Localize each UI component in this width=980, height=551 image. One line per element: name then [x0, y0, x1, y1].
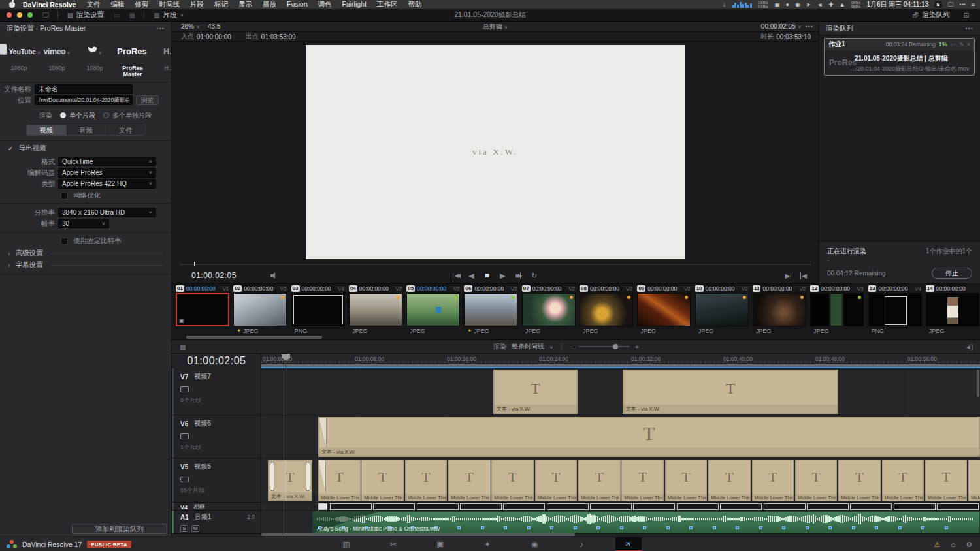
- fan-icon[interactable]: ✚: [828, 1, 834, 8]
- timeline-clip-frame[interactable]: [318, 503, 327, 510]
- menu-item[interactable]: 帮助: [408, 0, 421, 9]
- timeline-clip-middle-lower-third[interactable]: TMiddle Lower Thir...: [361, 460, 404, 501]
- audio-keyframe[interactable]: [921, 526, 924, 529]
- menu-item[interactable]: 时间线: [159, 0, 180, 9]
- type-dropdown[interactable]: Apple ProRes 422 HQ∨: [58, 179, 156, 189]
- tab-audio[interactable]: 音频: [67, 125, 106, 135]
- timeline-audio-icon[interactable]: ◄): [965, 343, 973, 351]
- timeline-clip-frame[interactable]: [850, 503, 892, 510]
- track-header-v6[interactable]: V6视频6 1个片段: [172, 415, 261, 458]
- timeline-clip-frame[interactable]: [894, 503, 936, 510]
- clip-card[interactable]: 02 00:00:00:00 V2 ✦ JPEG: [231, 284, 289, 339]
- clip-thumbnail[interactable]: [695, 293, 749, 326]
- clip-thumbnail[interactable]: [637, 293, 691, 326]
- warning-icon[interactable]: ⚠: [934, 541, 941, 549]
- clip-card[interactable]: 05 00:00:00:00 V2 JPEG: [404, 284, 462, 339]
- track-header-a1[interactable]: A1音频12.0 S M: [172, 511, 261, 534]
- menu-item[interactable]: Fairlight: [342, 0, 367, 9]
- viewer-scrub-bar[interactable]: [180, 262, 811, 266]
- format-dropdown[interactable]: QuickTime∨: [58, 157, 156, 166]
- clip-thumbnail[interactable]: [753, 293, 806, 326]
- clip-card[interactable]: 08 00:00:00:00 V2 JPEG: [578, 284, 635, 339]
- download-icon[interactable]: ↓: [723, 1, 726, 8]
- viewer-elapsed-timecode[interactable]: 00:00:02:05: [761, 23, 796, 30]
- clip-card[interactable]: 03 00:00:00:00 V4 PNG: [289, 284, 347, 339]
- apple-menu-icon[interactable]: [9, 2, 15, 8]
- audio-keyframe[interactable]: [457, 526, 461, 529]
- menu-item[interactable]: 修剪: [135, 0, 149, 9]
- clip-card[interactable]: 14 00:00:00:00 JPEG: [924, 284, 980, 339]
- clip-thumbnail[interactable]: [464, 293, 517, 326]
- clip-card[interactable]: 11 00:00:00:00 V2 JPEG: [751, 284, 808, 339]
- timeline-vertical-scrollbar[interactable]: [977, 370, 979, 397]
- clip-card[interactable]: 01 00:00:00:00 V1 ▣: [174, 284, 231, 339]
- filename-input[interactable]: [35, 84, 133, 94]
- clip-card[interactable]: 06 00:00:00:00 V2 ✦ JPEG: [462, 284, 519, 339]
- timeline-clip-middle-lower-third[interactable]: TMiddle Lower Thir...: [795, 460, 838, 501]
- chevron-down-icon[interactable]: ∨: [549, 344, 553, 349]
- resolution-dropdown[interactable]: 3840 x 2160 Ultra HD∨: [58, 208, 156, 217]
- page-tab[interactable]: ◉: [521, 537, 547, 551]
- clip-thumbnail[interactable]: [926, 293, 979, 326]
- render-preset[interactable]: vimeo∨ 1080p: [38, 45, 76, 71]
- timeline-clip-middle-lower-third[interactable]: TMiddle Lower Thir...: [578, 460, 621, 501]
- list-menu-icon[interactable]: ≡: [972, 1, 975, 8]
- app-menu[interactable]: DaVinci Resolve: [23, 1, 76, 8]
- render-preset[interactable]: H.2 H.26: [152, 45, 171, 71]
- clip-thumbnail[interactable]: [233, 293, 287, 326]
- timeline-clip-frame[interactable]: [373, 503, 415, 510]
- job-edit-icon[interactable]: ✎: [959, 41, 964, 48]
- render-range-dropdown[interactable]: 整条时间线: [512, 342, 544, 351]
- page-tab[interactable]: ▥: [333, 537, 359, 551]
- timeline-zoom-slider[interactable]: [579, 346, 630, 347]
- audio-keyframe[interactable]: [945, 526, 948, 529]
- clip-card[interactable]: 07 00:00:00:00 V2 JPEG: [520, 284, 578, 339]
- fade-in-handle[interactable]: [319, 418, 327, 447]
- audio-keyframe[interactable]: [527, 526, 531, 529]
- page-tab[interactable]: ✈: [615, 537, 642, 551]
- zoom-window-button[interactable]: [27, 12, 33, 18]
- clips-view-selector[interactable]: ▥ 片段 ∨: [148, 10, 189, 20]
- timeline-clip-text[interactable]: T 文本 - via X.W.: [268, 460, 312, 501]
- framerate-dropdown[interactable]: 30∨: [58, 219, 109, 228]
- mute-button[interactable]: M: [191, 525, 199, 532]
- viewer-playhead[interactable]: [194, 262, 195, 266]
- page-tab[interactable]: ♪: [568, 537, 595, 551]
- project-manager-icon[interactable]: ⌂: [951, 541, 955, 548]
- play-button[interactable]: ▶: [500, 272, 505, 280]
- browse-button[interactable]: 浏览: [136, 95, 159, 105]
- menu-item[interactable]: 调色: [318, 0, 332, 9]
- stop-render-button[interactable]: 停止: [932, 268, 972, 279]
- audio-keyframe[interactable]: [898, 526, 902, 529]
- render-settings-toggle[interactable]: ▤ 渲染设置: [62, 10, 109, 20]
- subtitle-settings-disclosure[interactable]: › 字幕设置: [0, 260, 171, 270]
- page-tab[interactable]: ✦: [474, 537, 500, 551]
- zoom-slider-knob[interactable]: [613, 344, 618, 349]
- advanced-settings-disclosure[interactable]: › 高级设置: [0, 249, 171, 258]
- fade-out-handle[interactable]: [306, 462, 310, 491]
- menu-item[interactable]: 编辑: [111, 0, 125, 9]
- remote-monitor-icon[interactable]: 🖵: [42, 11, 49, 19]
- timeline-clip-text[interactable]: T 文本 - via X.W.: [318, 417, 980, 457]
- audio-keyframe[interactable]: [481, 526, 484, 529]
- track-header-v4[interactable]: V4相框: [172, 503, 261, 511]
- tab-file[interactable]: 文件: [106, 125, 145, 135]
- audio-keyframe[interactable]: [596, 526, 600, 529]
- render-job-card[interactable]: 作业1 00:03:24 Remaining 1% ▭ ✎ × ProRes 2…: [824, 38, 975, 76]
- timeline-clip-audio[interactable]: Andy's Song - Minimalistic Piano & Orche…: [312, 511, 980, 533]
- track-header-v7[interactable]: V7视频7 8个片段: [172, 368, 261, 415]
- audio-keyframe[interactable]: [504, 526, 507, 529]
- cloud-icon[interactable]: ◉: [795, 1, 800, 8]
- screen-record-icon[interactable]: ▣: [774, 1, 780, 8]
- timeline-clip-frame[interactable]: [764, 503, 806, 510]
- timeline-horizontal-scrollbar[interactable]: [261, 533, 575, 536]
- audio-keyframe[interactable]: [713, 526, 716, 529]
- clip-thumbnail[interactable]: [522, 293, 576, 326]
- timeline-clip-middle-lower-third[interactable]: TMiddle Lower Thir...: [405, 460, 448, 501]
- location-input[interactable]: [35, 95, 133, 105]
- audio-keyframe[interactable]: [689, 526, 693, 529]
- audio-keyframe[interactable]: [666, 526, 670, 529]
- clip-thumbnail[interactable]: [868, 293, 922, 326]
- shottr-icon[interactable]: S: [934, 1, 941, 8]
- render-preset-partial[interactable]: [0, 44, 9, 56]
